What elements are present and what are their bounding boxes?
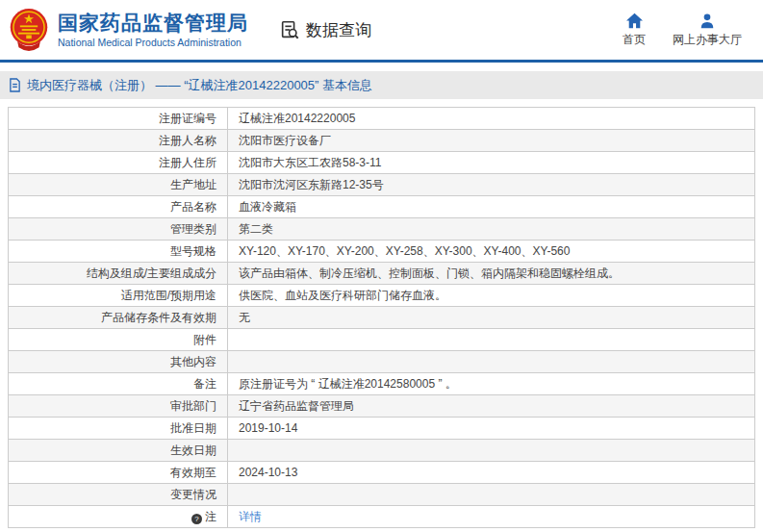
row-value: 原注册证号为 “ 辽械注准20142580005 ” 。 — [228, 373, 755, 395]
table-row: 注册证编号辽械注准20142220005 — [9, 108, 755, 130]
row-label: 注册证编号 — [9, 108, 228, 130]
table-row: 备注原注册证号为 “ 辽械注准20142580005 ” 。 — [9, 373, 755, 395]
row-value: 沈阳市大东区工农路58-3-11 — [228, 152, 755, 174]
row-value — [228, 484, 755, 506]
table-row: 注册人住所沈阳市大东区工农路58-3-11 — [9, 152, 755, 174]
table-row: 审批部门辽宁省药品监督管理局 — [9, 395, 755, 418]
table-row: 批准日期2019-10-14 — [9, 418, 755, 440]
row-label: 适用范围/预期用途 — [9, 285, 228, 307]
nav-item-home[interactable]: 首页 — [623, 13, 646, 48]
table-row: ?注详情 — [9, 506, 755, 528]
user-icon — [699, 13, 716, 29]
national-emblem-icon — [8, 7, 50, 53]
table-row: 适用范围/预期用途供医院、血站及医疗科研部门储存血液。 — [9, 285, 755, 307]
breadcrumb-text: 境内医疗器械（注册） —— “辽械注准20142220005” 基本信息 — [27, 77, 372, 94]
row-value — [228, 329, 755, 351]
table-row: 生产地址沈阳市沈河区东新路12-35号 — [9, 174, 755, 196]
row-label: 注册人名称 — [9, 130, 228, 152]
row-value: 辽宁省药品监督管理局 — [228, 395, 755, 418]
data-query-tab[interactable]: 数据查询 — [279, 19, 371, 41]
row-value: 辽械注准20142220005 — [228, 108, 755, 130]
row-label: 批准日期 — [9, 418, 228, 440]
detail-link[interactable]: 详情 — [239, 510, 262, 523]
row-label: 审批部门 — [9, 395, 228, 418]
brand-subtitle: National Medical Products Administration — [58, 37, 248, 48]
table-row: 注册人名称沈阳市医疗设备厂 — [9, 130, 755, 152]
table-row: 产品名称血液冷藏箱 — [9, 196, 755, 218]
row-label: 结构及组成/主要组成成分 — [9, 263, 228, 285]
table-row: 有效期至2024-10-13 — [9, 462, 755, 484]
row-value: XY-120、XY-170、XY-200、XY-258、XY-300、XY-40… — [228, 241, 755, 263]
row-value: 无 — [228, 307, 755, 329]
data-query-label: 数据查询 — [306, 19, 371, 41]
document-icon — [9, 78, 21, 92]
info-table-body: 注册证编号辽械注准20142220005注册人名称沈阳市医疗设备厂注册人住所沈阳… — [9, 108, 755, 528]
row-label: 型号规格 — [9, 241, 228, 263]
row-value: 详情 — [228, 506, 755, 528]
row-label: ?注 — [9, 506, 228, 528]
table-row: 结构及组成/主要组成成分该产品由箱体、制冷压缩机、控制面板、门锁、箱内隔架和稳固… — [9, 263, 755, 285]
nav-item-service-hall[interactable]: 网上办事大厅 — [673, 13, 742, 48]
header-nav: 首页 网上办事大厅 — [623, 13, 742, 48]
row-label: 管理类别 — [9, 218, 228, 241]
row-value: 2019-10-14 — [228, 418, 755, 440]
home-icon — [625, 13, 644, 29]
table-row: 产品储存条件及有效期无 — [9, 307, 755, 329]
row-value — [228, 440, 755, 462]
row-label: 变更情况 — [9, 484, 228, 506]
note-icon: ? — [191, 514, 202, 524]
row-value: 该产品由箱体、制冷压缩机、控制面板、门锁、箱内隔架和稳固螺栓组成。 — [228, 263, 755, 285]
row-value: 血液冷藏箱 — [228, 196, 755, 218]
nav-item-label: 网上办事大厅 — [673, 32, 742, 48]
header: 国家药品监督管理局 National Medical Products Admi… — [0, 0, 763, 63]
page: 国家药品监督管理局 National Medical Products Admi… — [0, 0, 763, 532]
logo: 国家药品监督管理局 National Medical Products Admi… — [8, 7, 248, 53]
table-row: 其他内容 — [9, 351, 755, 373]
row-value: 第二类 — [228, 218, 755, 241]
table-row: 生效日期 — [9, 440, 755, 462]
row-value — [228, 351, 755, 373]
row-label: 注册人住所 — [9, 152, 228, 174]
table-row: 型号规格XY-120、XY-170、XY-200、XY-258、XY-300、X… — [9, 241, 755, 263]
row-value: 沈阳市沈河区东新路12-35号 — [228, 174, 755, 196]
row-label: 其他内容 — [9, 351, 228, 373]
row-label: 产品储存条件及有效期 — [9, 307, 228, 329]
table-row: 管理类别第二类 — [9, 218, 755, 241]
document-search-icon — [279, 19, 300, 40]
brand-titles: 国家药品监督管理局 National Medical Products Admi… — [58, 12, 248, 48]
table-row: 附件 — [9, 329, 755, 351]
row-label: 附件 — [9, 329, 228, 351]
row-label: 备注 — [9, 373, 228, 395]
breadcrumb: 境内医疗器械（注册） —— “辽械注准20142220005” 基本信息 — [0, 71, 763, 99]
row-label: 产品名称 — [9, 196, 228, 218]
row-value: 沈阳市医疗设备厂 — [228, 130, 755, 152]
row-label: 生产地址 — [9, 174, 228, 196]
registration-info-table: 注册证编号辽械注准20142220005注册人名称沈阳市医疗设备厂注册人住所沈阳… — [8, 107, 755, 528]
row-label: 生效日期 — [9, 440, 228, 462]
brand-title: 国家药品监督管理局 — [58, 12, 248, 35]
row-label: 有效期至 — [9, 462, 228, 484]
nav-item-label: 首页 — [623, 32, 646, 48]
row-value: 2024-10-13 — [228, 462, 755, 484]
row-value: 供医院、血站及医疗科研部门储存血液。 — [228, 285, 755, 307]
table-row: 变更情况 — [9, 484, 755, 506]
